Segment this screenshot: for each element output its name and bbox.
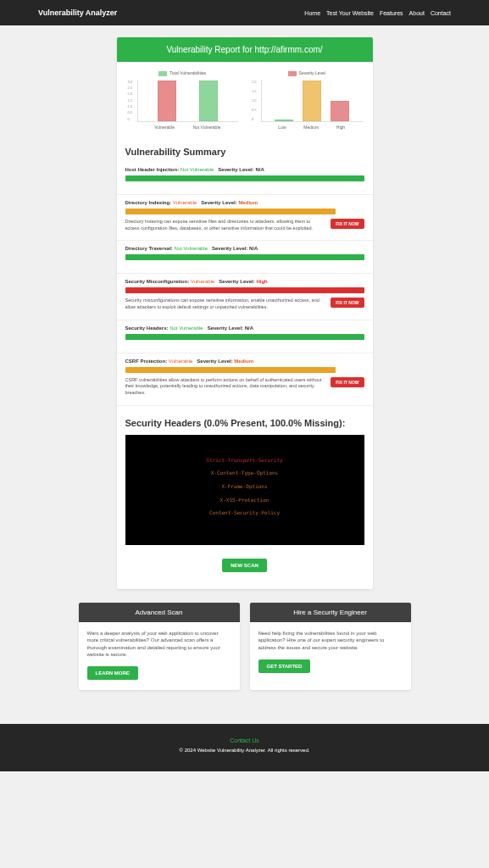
chart: Severity Level2.01.51.00.50LowMediumHigh bbox=[251, 70, 363, 134]
vulnerability-item: CSRF Protection: Vulnerable Severity Lev… bbox=[117, 353, 373, 406]
brand-title: Vulnerability Analyzer bbox=[38, 8, 117, 17]
promo-title: Advanced Scan bbox=[79, 603, 240, 622]
fix-it-button[interactable]: FIX IT NOW bbox=[331, 219, 364, 229]
severity-bar bbox=[125, 254, 364, 260]
severity-bar bbox=[125, 287, 364, 293]
fix-it-button[interactable]: FIX IT NOW bbox=[331, 298, 364, 308]
promo-button[interactable]: GET STARTED bbox=[258, 659, 311, 673]
chart-bar bbox=[158, 81, 176, 121]
promo-button[interactable]: LEARN MORE bbox=[87, 666, 138, 680]
nav-link[interactable]: Contact bbox=[431, 10, 451, 16]
severity-bar bbox=[125, 367, 336, 373]
nav-links: HomeTest Your WebsiteFeaturesAboutContac… bbox=[304, 10, 451, 16]
promo-text: Want a deeper analysis of your web appli… bbox=[87, 630, 231, 659]
fix-it-button[interactable]: FIX IT NOW bbox=[331, 377, 364, 387]
footer-contact-link[interactable]: Contact Us bbox=[230, 737, 259, 743]
nav-link[interactable]: Home bbox=[304, 10, 320, 16]
chart-bar bbox=[275, 120, 293, 121]
charts-row: Total Vulnerabilities3.02.52.01.51.00.50… bbox=[117, 62, 373, 138]
chart: Total Vulnerabilities3.02.52.01.51.00.50… bbox=[127, 70, 239, 134]
vulnerability-item: Directory Traversal: Not Vulnerable Seve… bbox=[117, 241, 373, 274]
security-headers-title: Security Headers (0.0% Present, 100.0% M… bbox=[117, 406, 373, 435]
vulnerability-header: Directory Traversal: Not Vulnerable Seve… bbox=[125, 246, 364, 251]
new-scan-button[interactable]: NEW SCAN bbox=[222, 559, 267, 572]
vulnerability-header: Directory Indexing: Vulnerable Severity … bbox=[125, 200, 364, 205]
summary-title: Vulnerability Summary bbox=[117, 138, 373, 162]
vulnerability-item: Host Header Injection: Not Vulnerable Se… bbox=[117, 162, 373, 195]
vulnerability-description: Security misconfigurations can expose se… bbox=[125, 298, 326, 310]
chart-bar bbox=[331, 101, 349, 121]
severity-bar bbox=[125, 334, 364, 340]
chart-bar bbox=[303, 81, 321, 121]
topbar: Vulnerability Analyzer HomeTest Your Web… bbox=[0, 0, 489, 25]
terminal-line: Content-Security-Policy bbox=[136, 506, 354, 520]
nav-link[interactable]: Features bbox=[380, 10, 403, 16]
vulnerability-item: Security Headers: Not Vulnerable Severit… bbox=[117, 320, 373, 353]
terminal-output: Strict-Transport-SecurityX-Content-Type-… bbox=[125, 435, 364, 545]
promo-card: Advanced ScanWant a deeper analysis of y… bbox=[79, 603, 240, 691]
terminal-line: Strict-Transport-Security bbox=[136, 453, 354, 467]
vulnerability-header: Security Misconfiguration: Vulnerable Se… bbox=[125, 279, 364, 284]
vulnerability-item: Directory Indexing: Vulnerable Severity … bbox=[117, 195, 373, 241]
severity-bar bbox=[125, 175, 364, 181]
vulnerability-header: CSRF Protection: Vulnerable Severity Lev… bbox=[125, 359, 364, 364]
nav-link[interactable]: About bbox=[409, 10, 425, 16]
promo-card: Hire a Security EngineerNeed help fixing… bbox=[250, 603, 411, 691]
report-header: Vulnerability Report for http://afirmm.c… bbox=[117, 37, 373, 62]
nav-link[interactable]: Test Your Website bbox=[326, 10, 374, 16]
vulnerability-description: Directory Indexing can expose sensitive … bbox=[125, 219, 326, 231]
severity-bar bbox=[125, 209, 336, 214]
vulnerability-header: Security Headers: Not Vulnerable Severit… bbox=[125, 326, 364, 331]
footer: Contact Us © 2024 Website Vulnerability … bbox=[0, 724, 489, 771]
footer-copyright: © 2024 Website Vulnerability Analyzer. A… bbox=[0, 748, 489, 753]
new-scan-row: NEW SCAN bbox=[117, 545, 373, 589]
promo-text: Need help fixing the vulnerabilities fou… bbox=[258, 630, 403, 651]
report-card: Vulnerability Report for http://afirmm.c… bbox=[117, 37, 373, 589]
vulnerability-item: Security Misconfiguration: Vulnerable Se… bbox=[117, 274, 373, 320]
vulnerability-description: CSRF vulnerabilities allow attackers to … bbox=[125, 377, 326, 397]
chart-bar bbox=[199, 81, 218, 121]
terminal-line: X-Content-Type-Options bbox=[136, 466, 354, 480]
promo-row: Advanced ScanWant a deeper analysis of y… bbox=[79, 603, 411, 691]
promo-title: Hire a Security Engineer bbox=[250, 603, 411, 622]
vulnerability-header: Host Header Injection: Not Vulnerable Se… bbox=[125, 167, 364, 172]
terminal-line: X-XSS-Protection bbox=[136, 493, 354, 507]
terminal-line: X-Frame-Options bbox=[136, 480, 354, 493]
